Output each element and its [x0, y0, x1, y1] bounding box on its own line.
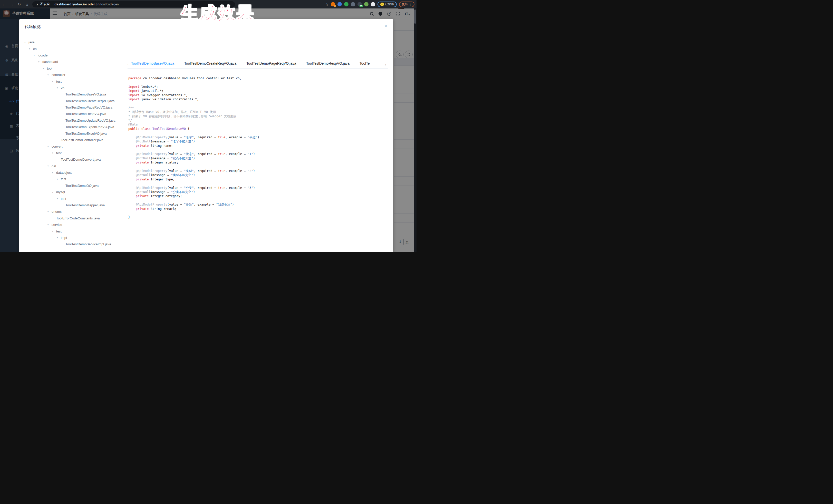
code-line: import lombok.*;: [128, 85, 388, 89]
code-line: import javax.validation.constraints.*;: [128, 97, 388, 101]
caret-down-icon[interactable]: ▾: [52, 191, 56, 193]
tree-node-label: test: [56, 230, 62, 233]
code-line: private String remark;: [128, 207, 388, 211]
caret-down-icon[interactable]: ▾: [57, 197, 61, 200]
tree-file-ToolTestDemoUpdateReqVO.java[interactable]: ToolTestDemoUpdateReqVO.java: [24, 117, 127, 124]
tree-node-label: ToolTestDemoController.java: [61, 138, 103, 142]
code-panel: ‹ ToolTestDemoBaseVO.javaToolTestDemoCre…: [127, 39, 388, 252]
tree-folder-mysql[interactable]: ▾mysql: [24, 189, 127, 195]
caret-down-icon[interactable]: ▾: [38, 61, 42, 63]
code-line: [128, 198, 388, 202]
code-line: @ApiModelProperty(value = "类型", required…: [128, 169, 388, 173]
tree-folder-test[interactable]: ▾test: [24, 228, 127, 234]
tree-node-label: mysql: [56, 190, 65, 194]
tree-folder-dataobject[interactable]: ▾dataobject: [24, 169, 127, 176]
tree-folder-dal[interactable]: ▾dal: [24, 163, 127, 169]
tree-folder-controller[interactable]: ▾controller: [24, 72, 127, 78]
code-line: [128, 165, 388, 169]
tree-folder-test[interactable]: ▾test: [24, 176, 127, 182]
tabs-scroll-right-icon[interactable]: ›: [385, 62, 388, 67]
caret-down-icon[interactable]: ▾: [47, 165, 52, 167]
tree-folder-iocoder[interactable]: ▾iocoder: [24, 52, 127, 58]
code-line: public class ToolTestDemoBaseVO {: [128, 127, 388, 131]
browser-scrollbar[interactable]: [414, 8, 416, 252]
tree-folder-java[interactable]: ▾java: [24, 39, 127, 45]
tree-node-label: dataobject: [56, 171, 72, 174]
tab-ToolTestDemoPageReqVO.java[interactable]: ToolTestDemoPageReqVO.java: [246, 60, 296, 68]
tree-file-ToolTestDemoExportReqVO.java[interactable]: ToolTestDemoExportReqVO.java: [24, 124, 127, 130]
tree-node-label: java: [28, 40, 34, 44]
code-line: /**: [128, 106, 388, 110]
code-line: @ApiModelProperty(value = "备注", example …: [128, 202, 388, 207]
tree-file-ToolErrorCodeConstants.java[interactable]: ToolErrorCodeConstants.java: [24, 215, 127, 221]
tree-file-ToolTestDemoRespVO.java[interactable]: ToolTestDemoRespVO.java: [24, 111, 127, 117]
tree-node-label: ToolErrorCodeConstants.java: [56, 216, 100, 220]
caret-down-icon[interactable]: ▾: [33, 54, 38, 56]
code-line: @ApiModelProperty(value = "状态", required…: [128, 152, 388, 156]
tree-folder-vo[interactable]: ▾vo: [24, 85, 127, 91]
code-line: */: [128, 118, 388, 122]
code-line: private String name;: [128, 144, 388, 148]
tree-folder-test[interactable]: ▾test: [24, 195, 127, 202]
caret-down-icon[interactable]: ▾: [57, 87, 61, 89]
caret-down-icon[interactable]: ▾: [43, 67, 47, 70]
tree-file-ToolTestDemoPageReqVO.java[interactable]: ToolTestDemoPageReqVO.java: [24, 104, 127, 111]
tree-node-label: ToolTestDemoUpdateReqVO.java: [66, 119, 115, 122]
caret-down-icon[interactable]: ▾: [52, 171, 56, 174]
tree-node-label: controller: [52, 73, 65, 77]
caret-down-icon[interactable]: ▾: [57, 178, 61, 181]
tree-file-ToolTestDemoExcelVO.java[interactable]: ToolTestDemoExcelVO.java: [24, 130, 127, 137]
tree-node-label: test: [56, 79, 62, 83]
tab-ToolTestDemoCreateReqVO.java[interactable]: ToolTestDemoCreateReqVO.java: [184, 60, 236, 68]
caret-down-icon[interactable]: ▾: [24, 41, 28, 44]
tree-file-ToolTestDemoConvert.java[interactable]: ToolTestDemoConvert.java: [24, 156, 127, 163]
tree-file-ToolTestDemoMapper.java[interactable]: ToolTestDemoMapper.java: [24, 202, 127, 208]
tree-node-label: ToolTestDemoExcelVO.java: [66, 131, 106, 136]
tree-node-label: enums: [52, 210, 62, 214]
caret-down-icon[interactable]: ▾: [52, 230, 56, 233]
tree-folder-tool[interactable]: ▾tool: [24, 65, 127, 72]
tree-folder-convert[interactable]: ▾convert: [24, 143, 127, 150]
tree-folder-test[interactable]: ▾test: [24, 78, 127, 85]
tree-node-label: ToolTestDemoConvert.java: [61, 158, 101, 162]
tree-folder-test[interactable]: ▾test: [24, 150, 127, 156]
code-line: private Integer category;: [128, 194, 388, 198]
caret-down-icon[interactable]: ▾: [29, 47, 33, 50]
tree-node-label: ToolTestDemoMapper.java: [66, 203, 105, 207]
tree-folder-enums[interactable]: ▾enums: [24, 208, 127, 215]
caret-down-icon[interactable]: ▾: [47, 223, 52, 226]
caret-down-icon[interactable]: ▾: [52, 152, 56, 154]
caret-down-icon[interactable]: ▾: [52, 80, 56, 82]
caret-down-icon[interactable]: ▾: [47, 145, 52, 148]
code-line: import java.util.*;: [128, 89, 388, 93]
tree-folder-impl[interactable]: ▾impl: [24, 235, 127, 241]
tabs-scroll-left-icon[interactable]: ‹: [127, 62, 131, 66]
caret-down-icon[interactable]: ▾: [47, 211, 52, 213]
tree-file-ToolTestDemoDO.java[interactable]: ToolTestDemoDO.java: [24, 183, 127, 189]
tree-folder-cn[interactable]: ▾cn: [24, 45, 127, 52]
screen: ← → ↻ ⌂ ▲ 不安全 dashboard.yudao.iocoder.cn…: [0, 0, 416, 252]
code-line: [128, 80, 388, 85]
tree-node-label: test: [61, 197, 66, 201]
tree-file-ToolTestDemoBaseVO.java[interactable]: ToolTestDemoBaseVO.java: [24, 91, 127, 97]
tree-node-label: cn: [33, 47, 37, 51]
code-line: package cn.iocoder.dashboard.modules.too…: [128, 76, 388, 80]
tree-file-ToolTestDemoController.java[interactable]: ToolTestDemoController.java: [24, 137, 127, 143]
tree-file-ToolTestDemoCreateReqVO.java[interactable]: ToolTestDemoCreateReqVO.java: [24, 98, 127, 104]
code-preview-dialog: 代码预览 × ▾java▾cn▾iocoder▾dashboard▾tool▾c…: [19, 19, 393, 252]
tree-node-label: vo: [61, 86, 65, 90]
code-line: @NotNull(message = "状态不能为空"): [128, 156, 388, 160]
file-tree: ▾java▾cn▾iocoder▾dashboard▾tool▾controll…: [24, 39, 127, 252]
tab-ToolTe[interactable]: ToolTe: [359, 60, 370, 68]
caret-down-icon[interactable]: ▾: [47, 74, 52, 76]
code-line: @Data: [128, 122, 388, 126]
caret-down-icon[interactable]: ▾: [57, 236, 61, 239]
code-line: * 测试示例 Base VO，提供给添加、修改、详细的子 VO 使用: [128, 110, 388, 114]
tree-folder-service[interactable]: ▾service: [24, 221, 127, 228]
tree-folder-dashboard[interactable]: ▾dashboard: [24, 58, 127, 65]
tree-file-ToolTestDemoServiceImpl.java[interactable]: ToolTestDemoServiceImpl.java: [24, 241, 127, 247]
tree-node-label: tool: [47, 67, 52, 70]
tab-ToolTestDemoBaseVO.java[interactable]: ToolTestDemoBaseVO.java: [131, 60, 174, 68]
tab-ToolTestDemoRespVO.java[interactable]: ToolTestDemoRespVO.java: [306, 60, 350, 68]
tree-node-label: ToolTestDemoCreateReqVO.java: [66, 99, 115, 103]
